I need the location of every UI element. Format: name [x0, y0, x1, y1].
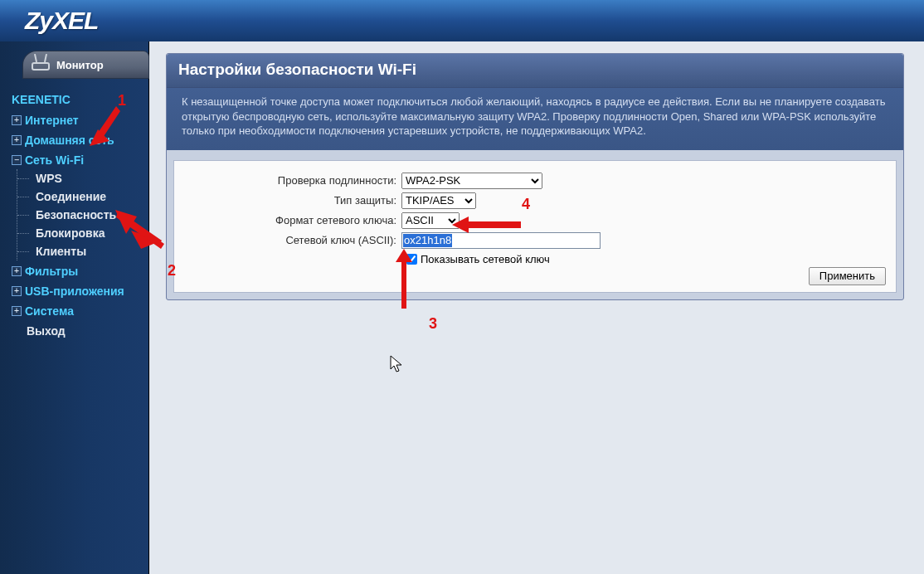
keyfmt-select[interactable]: ASCII [401, 212, 460, 229]
apply-button[interactable]: Применить [809, 267, 886, 285]
key-label: Сетевой ключ (ASCII): [186, 234, 401, 246]
network-key-input[interactable] [401, 232, 601, 249]
monitor-tab[interactable]: Монитор [23, 51, 148, 78]
show-key-checkbox[interactable] [406, 254, 417, 265]
cursor-icon [390, 355, 405, 375]
nav-exit[interactable]: Выход [12, 322, 148, 340]
router-icon [32, 59, 50, 71]
settings-panel: Настройки безопасности Wi-Fi К незащищен… [166, 53, 904, 300]
nav-wifi-blocking[interactable]: Блокировка [17, 224, 148, 242]
nav-home-network[interactable]: + Домашняя сеть [12, 131, 148, 149]
brand-logo: ZyXEL [25, 7, 98, 35]
nav-wifi[interactable]: − Сеть Wi-Fi [12, 151, 148, 169]
nav-wifi-connection[interactable]: Соединение [17, 187, 148, 206]
form-box: Проверка подлинности: WPA2-PSK Тип защит… [173, 160, 897, 293]
cipher-label: Тип защиты: [186, 194, 401, 207]
show-key-label: Показывать сетевой ключ [421, 253, 550, 265]
keyfmt-label: Формат сетевого ключа: [186, 214, 401, 226]
auth-select[interactable]: WPA2-PSK [401, 173, 542, 189]
cipher-select[interactable]: TKIP/AES [401, 192, 476, 209]
device-name: KEENETIC [12, 91, 148, 111]
header: ZyXEL [0, 0, 924, 41]
expand-icon: + [12, 135, 22, 145]
auth-label: Проверка подлинности: [186, 174, 401, 187]
expand-icon: + [12, 286, 22, 296]
sidebar: Монитор KEENETIC + Интернет + Домашняя с… [0, 41, 149, 574]
expand-icon: + [12, 266, 22, 276]
nav-wifi-wps[interactable]: WPS [17, 169, 148, 187]
expand-icon: + [12, 306, 22, 316]
svg-marker-8 [391, 356, 401, 372]
expand-icon: + [12, 115, 22, 125]
panel-description: К незащищенной точке доступа может подкл… [167, 88, 903, 150]
nav-internet[interactable]: + Интернет [12, 111, 148, 129]
nav-wifi-clients[interactable]: Клиенты [17, 242, 148, 260]
panel-title: Настройки безопасности Wi-Fi [178, 61, 892, 79]
collapse-icon: − [12, 155, 22, 165]
content: Настройки безопасности Wi-Fi К незащищен… [149, 41, 924, 574]
monitor-label: Монитор [56, 59, 104, 71]
nav-filters[interactable]: + Фильтры [12, 262, 148, 280]
nav-wifi-security[interactable]: Безопасность [17, 206, 148, 224]
nav-system[interactable]: + Система [12, 302, 148, 320]
nav-usb-apps[interactable]: + USB-приложения [12, 282, 148, 300]
